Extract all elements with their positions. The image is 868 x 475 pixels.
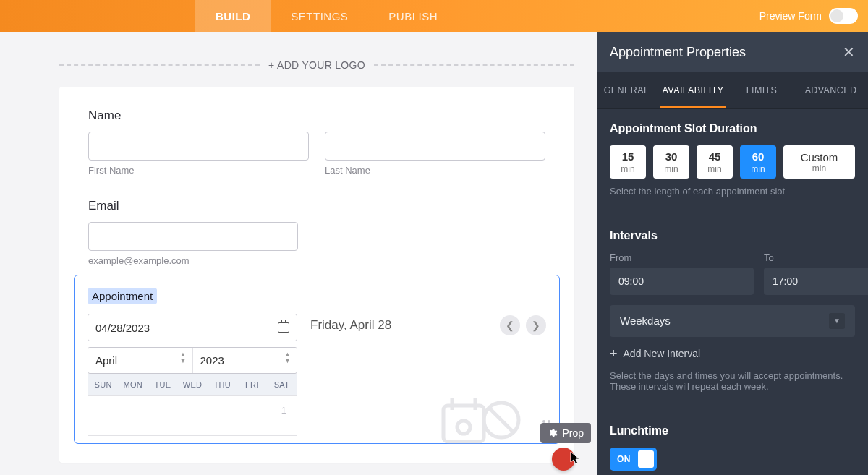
to-input[interactable]: [764, 268, 868, 295]
tab-publish[interactable]: PUBLISH: [368, 0, 458, 32]
slot-45[interactable]: 45min: [697, 145, 733, 179]
slot-15[interactable]: 15min: [610, 145, 646, 179]
panel-tab-availability[interactable]: AVAILABILITY: [656, 72, 730, 108]
panel-tab-advanced[interactable]: ADVANCED: [793, 72, 868, 108]
interval-hint: Select the days and times you will accep…: [610, 370, 855, 392]
calendar-body[interactable]: 1: [88, 395, 297, 436]
add-interval-button[interactable]: + Add New Interval: [610, 347, 855, 360]
name-label: Name: [88, 108, 545, 123]
lunchtime-toggle[interactable]: ON: [610, 448, 657, 471]
properties-label: Prop: [562, 427, 584, 439]
days-value: Weekdays: [620, 314, 671, 327]
last-name-input[interactable]: [325, 132, 545, 161]
date-value: 04/28/2023: [95, 322, 150, 334]
delete-button[interactable]: [552, 448, 575, 471]
top-bar: BUILD SETTINGS PUBLISH Preview Form: [0, 0, 868, 32]
email-label: Email: [88, 199, 545, 213]
slot-30[interactable]: 30min: [653, 145, 689, 179]
appointment-title: Appointment: [88, 288, 157, 304]
properties-panel: Appointment Properties ✕ GENERAL AVAILAB…: [597, 32, 868, 475]
preview-toggle[interactable]: [829, 8, 858, 24]
slot-hint: Select the length of each appointment sl…: [610, 186, 855, 197]
slot-60[interactable]: 60min: [740, 145, 776, 179]
slot-custom[interactable]: Custommin: [783, 145, 855, 179]
dow-thu: THU: [208, 374, 237, 395]
to-label: To: [764, 252, 868, 263]
panel-title: Appointment Properties: [610, 45, 746, 60]
email-example: example@example.com: [88, 255, 298, 266]
dow-tue: TUE: [148, 374, 177, 395]
dow-mon: MON: [118, 374, 148, 395]
svg-point-3: [457, 421, 470, 434]
dow-fri: FRI: [237, 374, 267, 395]
toggle-on-label: ON: [617, 454, 631, 464]
preview-form-label: Preview Form: [760, 10, 822, 22]
selected-day-label: Friday, April 28: [310, 318, 391, 333]
month-stepper[interactable]: April ▲▼: [88, 348, 192, 373]
chevron-down-icon: ▼: [829, 313, 845, 329]
date-input[interactable]: 04/28/2023: [88, 314, 297, 341]
form-card: Name First Name Last Name Email ex: [59, 87, 574, 463]
top-tabs: BUILD SETTINGS PUBLISH: [195, 0, 458, 32]
panel-tab-limits[interactable]: LIMITS: [730, 72, 793, 108]
last-name-sublabel: Last Name: [325, 165, 545, 176]
email-input[interactable]: [88, 222, 298, 251]
builder-canvas: + ADD YOUR LOGO Name First Name Last Nam…: [0, 32, 597, 475]
year-value: 2023: [200, 354, 224, 367]
svg-rect-0: [443, 406, 484, 442]
plus-icon: +: [610, 347, 618, 360]
svg-line-5: [490, 408, 513, 432]
tab-settings[interactable]: SETTINGS: [271, 0, 368, 32]
slot-duration-title: Appointment Slot Duration: [610, 122, 855, 135]
first-name-sublabel: First Name: [88, 165, 309, 176]
close-icon[interactable]: ✕: [843, 43, 855, 61]
from-label: From: [610, 252, 754, 263]
month-value: April: [95, 354, 117, 367]
calendar-header: SUN MON TUE WED THU FRI SAT: [88, 374, 297, 395]
appointment-element[interactable]: Appointment 04/28/2023 April ▲▼: [74, 275, 560, 444]
days-select[interactable]: Weekdays ▼: [610, 305, 855, 337]
prev-day-button[interactable]: ❮: [500, 315, 520, 335]
add-logo-label: + ADD YOUR LOGO: [268, 59, 365, 71]
properties-button[interactable]: Prop: [540, 423, 591, 443]
empty-state-icon: [438, 385, 524, 458]
from-input[interactable]: [610, 268, 754, 295]
tab-build[interactable]: BUILD: [195, 0, 271, 32]
calendar-day-1: 1: [281, 405, 286, 416]
next-day-button[interactable]: ❯: [526, 315, 546, 335]
add-logo-row[interactable]: + ADD YOUR LOGO: [59, 59, 574, 71]
dow-sat: SAT: [267, 374, 297, 395]
dow-wed: WED: [177, 374, 207, 395]
gear-icon: [548, 428, 558, 438]
calendar-icon: [278, 322, 289, 333]
lunchtime-title: Lunchtime: [610, 424, 855, 437]
year-stepper[interactable]: 2023 ▲▼: [192, 348, 297, 373]
add-interval-label: Add New Interval: [624, 348, 701, 359]
dow-sun: SUN: [88, 374, 118, 395]
panel-tab-general[interactable]: GENERAL: [597, 72, 656, 108]
first-name-input[interactable]: [88, 132, 309, 161]
intervals-title: Intervals: [610, 229, 855, 242]
